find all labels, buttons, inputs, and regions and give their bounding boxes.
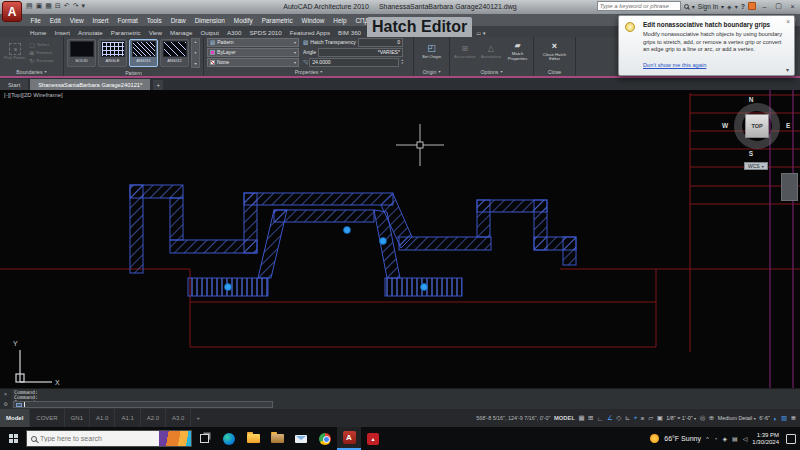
weather-sun-icon[interactable] bbox=[650, 434, 659, 443]
annotative-button[interactable]: △ Annotative bbox=[480, 44, 502, 61]
tab-hatch-editor[interactable]: Hatch Editor bbox=[367, 17, 472, 37]
annotation-scale-button[interactable]: 1/8" = 1'-0" ▾ bbox=[666, 415, 696, 421]
recreate-boundary-button[interactable]: ↻ Recreate bbox=[29, 57, 53, 64]
snap-icon[interactable]: ⊞ bbox=[588, 414, 593, 422]
menu-file[interactable]: File bbox=[26, 17, 45, 24]
detail-level-button[interactable]: Medium Detail ▾ bbox=[718, 415, 756, 421]
pattern-solid-button[interactable]: SOLID bbox=[67, 39, 96, 67]
hatch-grip[interactable] bbox=[225, 284, 232, 291]
viewcube-east[interactable]: E bbox=[786, 122, 790, 129]
taskbar-clock[interactable]: 1:39 PM 1/30/2024 bbox=[752, 432, 779, 446]
infocenter-notification-icon[interactable] bbox=[748, 2, 756, 10]
hatch-background-dropdown[interactable]: None ▾ bbox=[207, 58, 299, 67]
polar-tracking-icon[interactable]: ∠ bbox=[607, 414, 613, 422]
boundaries-panel-label[interactable]: Boundaries ▾ bbox=[0, 67, 63, 76]
taskbar-acrobat[interactable]: ▴ bbox=[361, 427, 385, 450]
layout-tab-cover[interactable]: COVER bbox=[30, 409, 64, 427]
menu-insert[interactable]: Insert bbox=[88, 17, 113, 24]
wcs-menu-button[interactable]: WCS ▾ bbox=[744, 162, 768, 170]
hatch-type-dropdown[interactable]: ▨ Pattern ▾ bbox=[207, 38, 299, 47]
ribbon-minimize-icon[interactable]: ▭ bbox=[476, 30, 481, 36]
graphics-performance-icon[interactable]: ▥ bbox=[781, 414, 787, 422]
transparency-value-field[interactable]: 0 bbox=[358, 38, 403, 47]
viewport-controls-label[interactable]: [-][Top][2D Wireframe] bbox=[4, 92, 63, 98]
help-icon[interactable]: ? bbox=[741, 3, 745, 10]
open-icon[interactable]: ▣ bbox=[36, 2, 43, 10]
window-maximize-button[interactable]: ▢ bbox=[773, 2, 784, 10]
sign-in-dropdown-icon[interactable]: ▾ bbox=[721, 3, 724, 10]
ribbon-minimize-caret-icon[interactable]: ▾ bbox=[483, 30, 486, 36]
pattern-ansi31-button[interactable]: ANSI31 bbox=[129, 39, 158, 67]
new-icon[interactable]: ▤ bbox=[26, 2, 33, 10]
security-icon[interactable]: ◈ bbox=[722, 435, 727, 442]
tab-annotate[interactable]: Annotate bbox=[74, 28, 107, 37]
tab-insert[interactable]: Insert bbox=[51, 28, 74, 37]
viewcube-south[interactable]: S bbox=[728, 150, 774, 157]
command-input[interactable] bbox=[27, 402, 270, 408]
redo-icon[interactable]: ↷ bbox=[73, 2, 79, 10]
coordinates-display[interactable]: 568'-8 5/16", 124'-9 7/16", 0'-0" bbox=[476, 415, 550, 421]
undo-icon[interactable]: ↶ bbox=[64, 2, 70, 10]
task-view-icon[interactable] bbox=[200, 434, 209, 443]
hatch-grip[interactable] bbox=[344, 227, 351, 234]
start-button[interactable] bbox=[0, 427, 26, 450]
taskbar-chrome[interactable] bbox=[313, 427, 337, 450]
pick-points-button[interactable]: Pick Points bbox=[3, 42, 26, 62]
menu-dimension[interactable]: Dimension bbox=[190, 17, 229, 24]
taskbar-file-explorer[interactable] bbox=[241, 427, 265, 450]
pattern-panel-label[interactable]: Pattern bbox=[64, 69, 203, 76]
pattern-angle-button[interactable]: ANGLE bbox=[98, 39, 127, 67]
menu-tools[interactable]: Tools bbox=[142, 17, 166, 24]
viewcube-west[interactable]: W bbox=[722, 122, 728, 129]
volume-icon[interactable]: ◁ bbox=[743, 435, 748, 442]
tab-view[interactable]: View bbox=[145, 28, 166, 37]
isolate-objects-icon[interactable]: ◐ bbox=[773, 415, 777, 422]
properties-panel-label[interactable]: Properties ▾ bbox=[204, 68, 413, 77]
tab-home[interactable]: Home bbox=[26, 28, 51, 37]
tab-manage[interactable]: Manage bbox=[166, 28, 196, 37]
tab-a300[interactable]: A300 bbox=[223, 28, 245, 37]
associative-button[interactable]: ⊞ Associative bbox=[453, 44, 477, 61]
hatch-grip[interactable] bbox=[380, 238, 387, 245]
menu-parametric[interactable]: Parametric bbox=[257, 17, 297, 24]
network-icon[interactable]: ▤ bbox=[732, 435, 738, 442]
hatch-color-dropdown[interactable]: ByLayer ▾ bbox=[207, 48, 299, 57]
app-store-icon[interactable]: ◈ bbox=[727, 3, 732, 10]
autodesk-cloud-icon[interactable]: ▾ bbox=[735, 3, 738, 10]
menu-format[interactable]: Format bbox=[113, 17, 142, 24]
command-window[interactable]: × ⚙ Command: Command: Command: bbox=[0, 388, 800, 409]
hidden-icons-chevron[interactable]: ^ bbox=[706, 436, 709, 442]
remove-boundary-button[interactable]: ⊠ Remove bbox=[29, 49, 53, 56]
tab-spds2010[interactable]: SPDS 2010 bbox=[245, 28, 285, 37]
tooltip-close-icon[interactable]: × bbox=[786, 18, 790, 25]
cut-plane-button[interactable]: 6'-6" bbox=[759, 415, 770, 421]
onedrive-icon[interactable]: ◔ bbox=[714, 436, 718, 442]
command-customize-icon[interactable]: ⚙ bbox=[3, 401, 7, 407]
scale-value-field[interactable]: 24.0000 bbox=[309, 58, 399, 67]
layout-tab-model[interactable]: Model bbox=[0, 409, 30, 427]
layout-tab-a20[interactable]: A2.0 bbox=[141, 409, 166, 427]
grid-icon[interactable]: ▦ bbox=[578, 414, 584, 422]
taskbar-folder[interactable] bbox=[265, 427, 289, 450]
transparency-icon[interactable]: ▱ bbox=[648, 414, 653, 422]
selection-cycling-icon[interactable]: ▣ bbox=[657, 414, 663, 422]
origin-panel-label[interactable]: Origin ▾ bbox=[414, 67, 449, 76]
menu-view[interactable]: View bbox=[65, 17, 88, 24]
gallery-down-icon[interactable]: ▾ bbox=[195, 51, 197, 55]
annotation-visibility-icon[interactable]: ◎ bbox=[700, 414, 706, 422]
tab-featured-apps[interactable]: Featured Apps bbox=[286, 28, 334, 37]
object-snap-icon[interactable]: ⌖ bbox=[634, 414, 638, 422]
window-close-button[interactable]: × bbox=[787, 3, 798, 10]
options-panel-label[interactable]: Options ▾ bbox=[450, 67, 533, 76]
object-snap-tracking-icon[interactable]: ⊾ bbox=[625, 414, 630, 422]
lineweight-icon[interactable]: ≡ bbox=[641, 415, 645, 422]
sign-in-button[interactable]: Sign In bbox=[698, 3, 718, 10]
tab-parametric[interactable]: Parametric bbox=[107, 28, 145, 37]
tab-start[interactable]: Start bbox=[0, 79, 28, 90]
tooltip-expand-icon[interactable]: ▾ bbox=[786, 66, 789, 73]
ortho-icon[interactable]: ∟ bbox=[597, 415, 603, 422]
taskbar-search-box[interactable] bbox=[26, 430, 192, 447]
menu-draw[interactable]: Draw bbox=[166, 17, 190, 24]
search-icon[interactable] bbox=[684, 4, 689, 9]
taskbar-autocad[interactable]: A bbox=[337, 427, 361, 450]
